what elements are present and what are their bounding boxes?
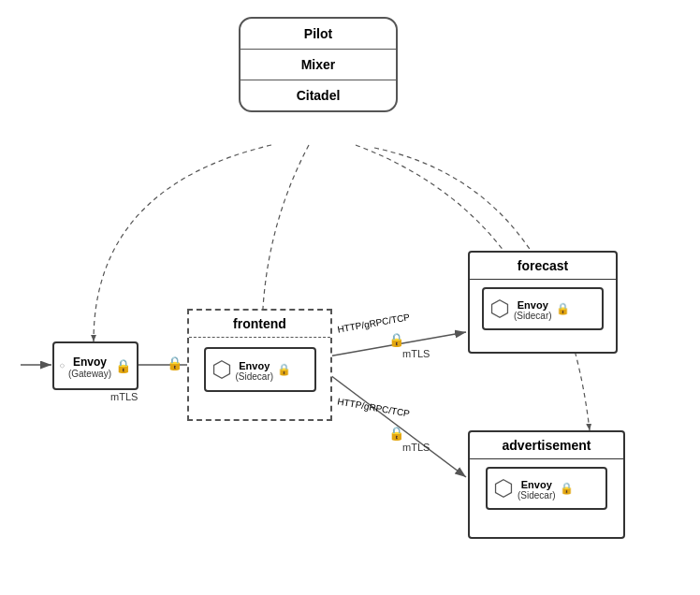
frontend-sidecar-box: Envoy (Sidecar) 🔒	[204, 347, 316, 392]
advertisement-box: advertisement Envoy (Sidecar) 🔒	[468, 430, 625, 539]
citadel-label: Citadel	[241, 80, 396, 110]
forecast-box: forecast Envoy (Sidecar) 🔒	[468, 251, 618, 354]
gateway-envoy-label: Envoy	[73, 356, 107, 369]
hexagon-adv-icon	[493, 478, 514, 499]
hexagon-forecast-icon	[489, 298, 510, 319]
advertisement-title: advertisement	[470, 432, 623, 459]
gateway-box: Envoy (Gateway) 🔒	[52, 341, 139, 390]
lock-between-gw-fe: 🔒	[167, 356, 182, 370]
frontend-title: frontend	[189, 311, 330, 338]
mtls-gateway-label: mTLS	[110, 391, 138, 402]
architecture-diagram: Pilot Mixer Citadel Envoy (Gateway) 🔒 mT…	[0, 0, 700, 595]
svg-line-16	[323, 370, 466, 477]
forecast-envoy-label: Envoy	[518, 299, 548, 311]
gateway-lock-icon: 🔒	[115, 358, 131, 373]
svg-marker-20	[496, 480, 512, 498]
svg-marker-19	[492, 300, 508, 318]
svg-marker-18	[213, 361, 229, 379]
adv-lock-icon: 🔒	[560, 482, 574, 495]
adv-envoy-label: Envoy	[521, 479, 552, 490]
grpc-label-lower: HTTP/gRPC/TCP	[337, 396, 411, 418]
frontend-container: frontend Envoy (Sidecar) 🔒	[187, 309, 332, 421]
mtls-upper-label: mTLS	[402, 348, 430, 359]
frontend-envoy-label: Envoy	[239, 360, 270, 371]
forecast-lock-icon: 🔒	[556, 302, 570, 315]
control-plane-box: Pilot Mixer Citadel	[239, 17, 398, 112]
frontend-lock-icon: 🔒	[277, 363, 291, 376]
svg-marker-17	[61, 364, 65, 368]
mtls-lower-label: mTLS	[402, 442, 430, 453]
frontend-envoy-sublabel: (Sidecar)	[236, 371, 274, 382]
forecast-title: forecast	[470, 253, 616, 280]
forecast-sidecar-box: Envoy (Sidecar) 🔒	[482, 287, 604, 330]
advertisement-sidecar-box: Envoy (Sidecar) 🔒	[486, 467, 607, 510]
forecast-envoy-sublabel: (Sidecar)	[514, 311, 552, 321]
hexagon-frontend-icon	[211, 359, 232, 380]
lock-lower-mtls: 🔒	[388, 426, 404, 441]
gateway-envoy-sublabel: (Gateway)	[68, 369, 111, 379]
lock-upper-mtls: 🔒	[388, 332, 404, 347]
pilot-label: Pilot	[241, 19, 396, 50]
mixer-label: Mixer	[241, 50, 396, 80]
hexagon-gateway-icon	[60, 354, 65, 378]
adv-envoy-sublabel: (Sidecar)	[518, 490, 556, 501]
